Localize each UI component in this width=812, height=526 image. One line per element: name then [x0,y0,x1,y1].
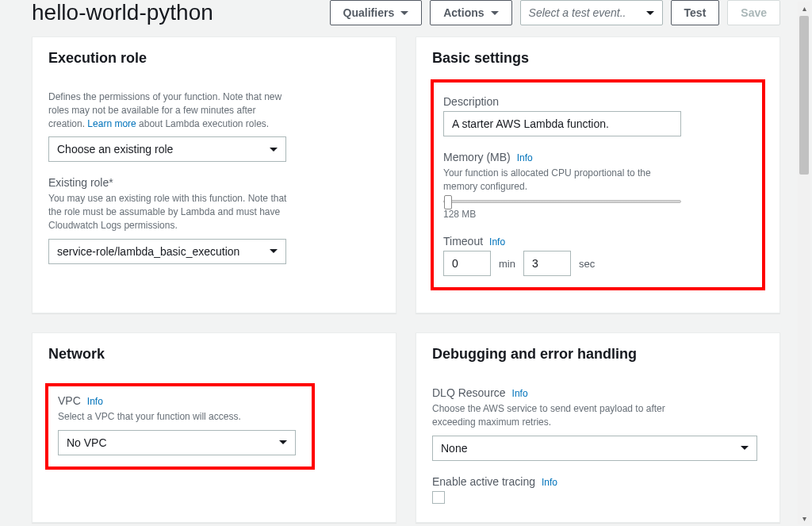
caret-down-icon [491,11,499,15]
existing-role-help: You may use an existing role with this f… [48,192,302,232]
timeout-min-input[interactable] [443,251,491,276]
execution-role-title: Execution role [48,50,380,67]
network-panel: Network VPC Info Select a VPC that your … [32,332,396,523]
test-event-select[interactable]: Select a test event.. [520,0,663,25]
existing-role-select[interactable]: service-role/lambda_basic_execution [48,239,286,264]
caret-down-icon [270,148,278,152]
save-button: Save [727,0,780,25]
basic-settings-panel: Basic settings Description Memory (MB) I… [416,36,780,313]
memory-value: 128 MB [443,208,753,221]
timeout-row: min sec [443,251,753,276]
scrollbar-thumb[interactable] [799,16,809,175]
basic-settings-highlight: Description Memory (MB) Info Your functi… [431,79,765,290]
dlq-select[interactable]: None [432,436,757,461]
vertical-scrollbar[interactable]: ▴ ▾ [798,2,810,524]
vpc-select[interactable]: No VPC [58,430,296,455]
basic-settings-title: Basic settings [432,50,764,67]
caret-down-icon [400,11,408,15]
scroll-up-icon[interactable]: ▴ [798,2,810,14]
dlq-help: Choose the AWS service to send event pay… [432,402,686,429]
dlq-info-link[interactable]: Info [512,388,528,399]
timeout-min-unit: min [499,258,515,270]
content-grid: Execution role Defines the permissions o… [0,36,812,526]
vpc-label: VPC Info [58,394,302,407]
role-strategy-select[interactable]: Choose an existing role [48,136,286,162]
memory-slider[interactable] [443,200,681,203]
existing-role-label: Existing role* [48,176,380,189]
memory-help: Your function is allocated CPU proportio… [443,167,681,194]
vpc-highlight: VPC Info Select a VPC that your function… [45,383,315,470]
memory-info-link[interactable]: Info [517,152,533,163]
debugging-title: Debugging and error handling [432,346,764,363]
description-label: Description [443,95,753,108]
tracing-label: Enable active tracing Info [432,475,764,488]
test-button[interactable]: Test [671,0,720,25]
timeout-label: Timeout Info [443,235,753,248]
execution-role-panel: Execution role Defines the permissions o… [32,36,396,313]
caret-down-icon [270,249,278,253]
page-header: hello-world-python Qualifiers Actions Se… [0,0,812,36]
execution-role-description: Defines the permissions of your function… [48,90,286,130]
network-title: Network [48,346,380,363]
caret-down-icon [646,11,654,15]
tracing-checkbox[interactable] [432,491,445,504]
qualifiers-button[interactable]: Qualifiers [330,0,423,25]
timeout-sec-unit: sec [579,258,595,270]
caret-down-icon [279,440,287,444]
learn-more-link[interactable]: Learn more [87,118,136,129]
slider-thumb-icon[interactable] [444,195,452,209]
vpc-info-link[interactable]: Info [87,396,103,407]
debugging-panel: Debugging and error handling DLQ Resourc… [416,332,780,523]
vpc-help: Select a VPC that your function will acc… [58,410,302,424]
caret-down-icon [741,446,749,450]
description-input[interactable] [443,111,681,136]
function-title: hello-world-python [32,0,213,25]
memory-label: Memory (MB) Info [443,151,753,163]
timeout-sec-input[interactable] [523,251,571,276]
timeout-info-link[interactable]: Info [489,236,505,248]
dlq-label: DLQ Resource Info [432,386,764,399]
scroll-down-icon[interactable]: ▾ [798,512,810,524]
header-controls: Qualifiers Actions Select a test event..… [330,0,780,25]
tracing-info-link[interactable]: Info [542,477,557,488]
actions-button[interactable]: Actions [430,0,511,25]
